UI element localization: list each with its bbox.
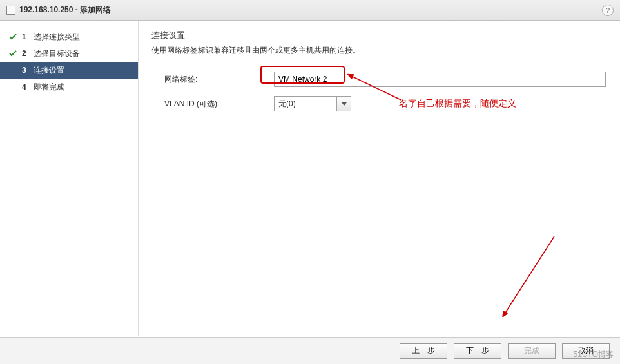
- step-label: 连接设置: [34, 65, 64, 76]
- step-number: 4: [22, 82, 28, 91]
- check-icon: [9, 50, 17, 57]
- chevron-down-icon[interactable]: [336, 97, 351, 111]
- vlan-label: VLAN ID (可选):: [164, 99, 274, 110]
- footer: 上一步 下一步 完成 取消: [0, 337, 620, 364]
- wizard-step-4[interactable]: 4 即将完成: [0, 79, 138, 95]
- next-button[interactable]: 下一步: [454, 343, 501, 359]
- vlan-selected-value: 无(0): [275, 97, 336, 111]
- host-icon: [6, 6, 15, 15]
- step-label: 选择连接类型: [34, 32, 80, 43]
- back-button[interactable]: 上一步: [400, 343, 447, 359]
- step-label: 选择目标设备: [34, 48, 80, 59]
- check-icon: [9, 33, 17, 41]
- section-description: 使用网络标签标识兼容迁移且由两个或更多主机共用的连接。: [151, 45, 607, 56]
- vlan-dropdown[interactable]: 无(0): [274, 96, 351, 111]
- wizard-sidebar: 1 选择连接类型 2 选择目标设备 3 连接设置 4 即将完成: [0, 21, 139, 336]
- help-icon[interactable]: ?: [602, 5, 614, 16]
- vlan-row: VLAN ID (可选): 无(0): [151, 96, 607, 111]
- step-number: 2: [22, 49, 28, 58]
- wizard-step-1[interactable]: 1 选择连接类型: [0, 28, 138, 45]
- arrow-to-next-icon: [499, 233, 557, 317]
- wizard-step-3[interactable]: 3 连接设置: [0, 62, 138, 79]
- watermark: 51CTO博客: [574, 349, 614, 360]
- finish-button: 完成: [508, 343, 556, 359]
- window-title: 192.168.10.250 - 添加网络: [19, 5, 111, 15]
- content-panel: 连接设置 使用网络标签标识兼容迁移且由两个或更多主机共用的连接。 网络标签: V…: [139, 21, 620, 336]
- step-number: 1: [22, 32, 28, 41]
- svg-line-1: [505, 236, 554, 314]
- step-label: 即将完成: [34, 82, 64, 93]
- network-label-input[interactable]: [274, 72, 606, 87]
- titlebar: 192.168.10.250 - 添加网络 ?: [0, 0, 620, 21]
- network-label-text: 网络标签:: [164, 74, 274, 85]
- annotation-text: 名字自己根据需要，随便定义: [399, 98, 516, 110]
- wizard-step-2[interactable]: 2 选择目标设备: [0, 45, 138, 62]
- section-title: 连接设置: [151, 30, 607, 41]
- network-label-row: 网络标签:: [151, 72, 607, 87]
- step-number: 3: [22, 66, 28, 75]
